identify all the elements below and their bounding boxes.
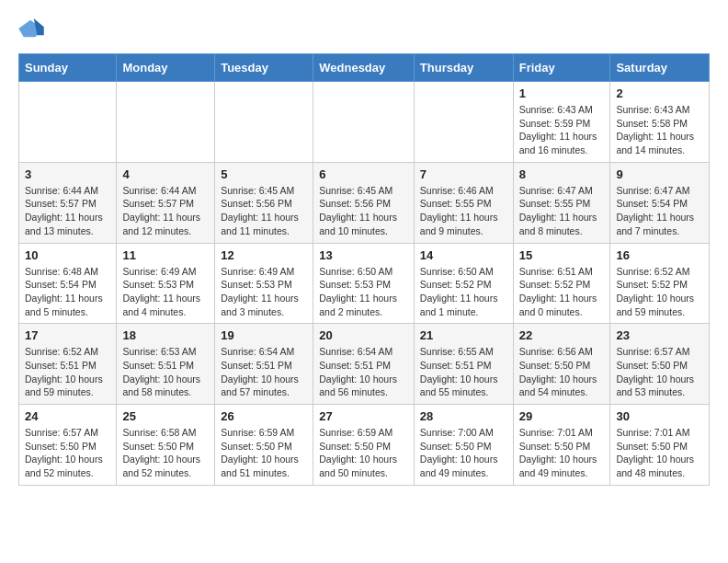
day-number: 16 [616, 248, 703, 262]
day-info: Sunrise: 6:43 AM Sunset: 5:59 PM Dayligh… [519, 103, 605, 157]
calendar-cell: 12Sunrise: 6:49 AM Sunset: 5:53 PM Dayli… [215, 243, 313, 324]
calendar-cell [414, 82, 513, 163]
col-header-saturday: Saturday [610, 54, 710, 82]
day-number: 20 [319, 328, 408, 342]
calendar-cell: 28Sunrise: 7:00 AM Sunset: 5:50 PM Dayli… [414, 405, 513, 486]
day-number: 11 [122, 248, 209, 262]
day-info: Sunrise: 6:50 AM Sunset: 5:52 PM Dayligh… [420, 265, 507, 319]
calendar-cell: 18Sunrise: 6:53 AM Sunset: 5:51 PM Dayli… [117, 324, 215, 405]
calendar-cell: 14Sunrise: 6:50 AM Sunset: 5:52 PM Dayli… [414, 243, 513, 324]
day-info: Sunrise: 6:50 AM Sunset: 5:53 PM Dayligh… [319, 265, 408, 319]
calendar-cell: 16Sunrise: 6:52 AM Sunset: 5:52 PM Dayli… [610, 243, 710, 324]
calendar-cell: 8Sunrise: 6:47 AM Sunset: 5:55 PM Daylig… [513, 162, 610, 243]
col-header-sunday: Sunday [19, 54, 117, 82]
day-number: 10 [25, 248, 110, 262]
calendar-cell: 2Sunrise: 6:43 AM Sunset: 5:58 PM Daylig… [610, 82, 710, 163]
day-number: 8 [519, 167, 605, 181]
day-info: Sunrise: 6:45 AM Sunset: 5:56 PM Dayligh… [319, 184, 408, 238]
calendar-cell: 4Sunrise: 6:44 AM Sunset: 5:57 PM Daylig… [117, 162, 215, 243]
calendar-cell [19, 82, 117, 163]
day-info: Sunrise: 6:57 AM Sunset: 5:50 PM Dayligh… [616, 345, 703, 399]
calendar-cell: 15Sunrise: 6:51 AM Sunset: 5:52 PM Dayli… [513, 243, 610, 324]
day-info: Sunrise: 7:00 AM Sunset: 5:50 PM Dayligh… [420, 426, 507, 480]
calendar-cell: 6Sunrise: 6:45 AM Sunset: 5:56 PM Daylig… [313, 162, 415, 243]
day-number: 22 [519, 328, 605, 342]
calendar-cell: 30Sunrise: 7:01 AM Sunset: 5:50 PM Dayli… [610, 405, 710, 486]
day-number: 14 [420, 248, 507, 262]
calendar-week-row: 1Sunrise: 6:43 AM Sunset: 5:59 PM Daylig… [19, 82, 710, 163]
calendar-cell: 9Sunrise: 6:47 AM Sunset: 5:54 PM Daylig… [610, 162, 710, 243]
day-number: 9 [616, 167, 703, 181]
day-info: Sunrise: 6:53 AM Sunset: 5:51 PM Dayligh… [122, 345, 209, 399]
day-info: Sunrise: 6:59 AM Sunset: 5:50 PM Dayligh… [319, 426, 408, 480]
day-info: Sunrise: 6:45 AM Sunset: 5:56 PM Dayligh… [221, 184, 307, 238]
day-number: 7 [420, 167, 507, 181]
calendar-week-row: 17Sunrise: 6:52 AM Sunset: 5:51 PM Dayli… [19, 324, 710, 405]
day-info: Sunrise: 6:58 AM Sunset: 5:50 PM Dayligh… [122, 426, 209, 480]
calendar-cell: 27Sunrise: 6:59 AM Sunset: 5:50 PM Dayli… [313, 405, 415, 486]
day-number: 17 [25, 328, 110, 342]
calendar-cell [117, 82, 215, 163]
page-header [18, 18, 710, 39]
calendar-header-row: SundayMondayTuesdayWednesdayThursdayFrid… [19, 54, 710, 82]
day-info: Sunrise: 6:56 AM Sunset: 5:50 PM Dayligh… [519, 345, 605, 399]
col-header-tuesday: Tuesday [215, 54, 313, 82]
day-number: 2 [616, 86, 703, 100]
day-number: 27 [319, 409, 408, 423]
calendar-cell: 10Sunrise: 6:48 AM Sunset: 5:54 PM Dayli… [19, 243, 117, 324]
day-info: Sunrise: 6:49 AM Sunset: 5:53 PM Dayligh… [221, 265, 307, 319]
day-number: 1 [519, 86, 605, 100]
day-info: Sunrise: 6:51 AM Sunset: 5:52 PM Dayligh… [519, 265, 605, 319]
calendar-cell: 5Sunrise: 6:45 AM Sunset: 5:56 PM Daylig… [215, 162, 313, 243]
calendar-cell: 20Sunrise: 6:54 AM Sunset: 5:51 PM Dayli… [313, 324, 415, 405]
day-info: Sunrise: 6:47 AM Sunset: 5:54 PM Dayligh… [616, 184, 703, 238]
day-number: 19 [221, 328, 307, 342]
day-number: 3 [25, 167, 110, 181]
logo [18, 18, 48, 39]
calendar-cell: 1Sunrise: 6:43 AM Sunset: 5:59 PM Daylig… [513, 82, 610, 163]
day-info: Sunrise: 6:46 AM Sunset: 5:55 PM Dayligh… [420, 184, 507, 238]
calendar-cell: 22Sunrise: 6:56 AM Sunset: 5:50 PM Dayli… [513, 324, 610, 405]
day-info: Sunrise: 6:55 AM Sunset: 5:51 PM Dayligh… [420, 345, 507, 399]
calendar-cell: 13Sunrise: 6:50 AM Sunset: 5:53 PM Dayli… [313, 243, 415, 324]
day-info: Sunrise: 7:01 AM Sunset: 5:50 PM Dayligh… [616, 426, 703, 480]
day-number: 4 [122, 167, 209, 181]
calendar-cell: 25Sunrise: 6:58 AM Sunset: 5:50 PM Dayli… [117, 405, 215, 486]
calendar-cell [215, 82, 313, 163]
day-info: Sunrise: 6:43 AM Sunset: 5:58 PM Dayligh… [616, 103, 703, 157]
day-info: Sunrise: 6:52 AM Sunset: 5:52 PM Dayligh… [616, 265, 703, 319]
calendar-cell: 19Sunrise: 6:54 AM Sunset: 5:51 PM Dayli… [215, 324, 313, 405]
day-number: 23 [616, 328, 703, 342]
day-info: Sunrise: 6:44 AM Sunset: 5:57 PM Dayligh… [25, 184, 110, 238]
calendar-cell: 29Sunrise: 7:01 AM Sunset: 5:50 PM Dayli… [513, 405, 610, 486]
logo-icon [18, 18, 44, 39]
day-number: 25 [122, 409, 209, 423]
calendar-cell: 21Sunrise: 6:55 AM Sunset: 5:51 PM Dayli… [414, 324, 513, 405]
day-number: 5 [221, 167, 307, 181]
day-number: 12 [221, 248, 307, 262]
day-number: 21 [420, 328, 507, 342]
calendar-week-row: 3Sunrise: 6:44 AM Sunset: 5:57 PM Daylig… [19, 162, 710, 243]
day-info: Sunrise: 7:01 AM Sunset: 5:50 PM Dayligh… [519, 426, 605, 480]
calendar-cell: 7Sunrise: 6:46 AM Sunset: 5:55 PM Daylig… [414, 162, 513, 243]
day-number: 18 [122, 328, 209, 342]
day-number: 30 [616, 409, 703, 423]
day-number: 29 [519, 409, 605, 423]
col-header-friday: Friday [513, 54, 610, 82]
calendar-week-row: 10Sunrise: 6:48 AM Sunset: 5:54 PM Dayli… [19, 243, 710, 324]
calendar-cell: 17Sunrise: 6:52 AM Sunset: 5:51 PM Dayli… [19, 324, 117, 405]
calendar-table: SundayMondayTuesdayWednesdayThursdayFrid… [18, 53, 710, 486]
day-info: Sunrise: 6:57 AM Sunset: 5:50 PM Dayligh… [25, 426, 110, 480]
day-number: 28 [420, 409, 507, 423]
day-number: 13 [319, 248, 408, 262]
day-number: 15 [519, 248, 605, 262]
col-header-wednesday: Wednesday [313, 54, 415, 82]
day-info: Sunrise: 6:48 AM Sunset: 5:54 PM Dayligh… [25, 265, 110, 319]
day-info: Sunrise: 6:52 AM Sunset: 5:51 PM Dayligh… [25, 345, 110, 399]
calendar-cell: 24Sunrise: 6:57 AM Sunset: 5:50 PM Dayli… [19, 405, 117, 486]
day-info: Sunrise: 6:54 AM Sunset: 5:51 PM Dayligh… [319, 345, 408, 399]
day-info: Sunrise: 6:44 AM Sunset: 5:57 PM Dayligh… [122, 184, 209, 238]
calendar-cell: 3Sunrise: 6:44 AM Sunset: 5:57 PM Daylig… [19, 162, 117, 243]
calendar-cell: 26Sunrise: 6:59 AM Sunset: 5:50 PM Dayli… [215, 405, 313, 486]
day-number: 24 [25, 409, 110, 423]
